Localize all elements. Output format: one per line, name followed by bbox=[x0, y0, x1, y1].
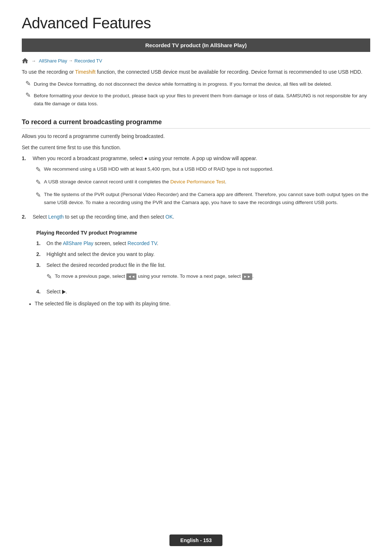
playing-steps-list: 1. On the AllShare Play screen, select R… bbox=[22, 239, 370, 296]
play-step-1-content: On the AllShare Play screen, select Reco… bbox=[46, 239, 158, 247]
play-step-4: 4. Select . bbox=[36, 288, 370, 296]
play-subnote-before: To move a previous page, select bbox=[55, 273, 126, 279]
play-step-1-number: 1. bbox=[36, 239, 44, 247]
note-text-1: During the Device formatting, do not dis… bbox=[34, 80, 332, 88]
play-step-2: 2. Highlight and select the device you w… bbox=[36, 250, 370, 258]
play-step-3-content: Select the desired recorded product file… bbox=[46, 261, 254, 285]
breadcrumb-recorded-tv[interactable]: Recorded TV bbox=[74, 58, 102, 64]
ff-button: ►► bbox=[242, 273, 252, 280]
subsection1-intro1: Allows you to record a programme current… bbox=[22, 132, 370, 140]
step-2-text-after: . bbox=[173, 214, 174, 220]
length-link[interactable]: Length bbox=[48, 214, 64, 220]
play-step-3-number: 3. bbox=[36, 261, 44, 269]
recorded-tv-link[interactable]: Recorded TV bbox=[127, 240, 157, 246]
note-icon-2: ✎ bbox=[25, 91, 31, 99]
play-subnote-icon: ✎ bbox=[46, 272, 52, 282]
sub-note-text-1: We recommend using a USB HDD with at lea… bbox=[44, 165, 273, 173]
step-2-number: 2. bbox=[22, 213, 29, 221]
play-step-1-before: On the bbox=[46, 240, 63, 246]
sub-note-icon-3: ✎ bbox=[36, 190, 41, 200]
play-step-4-number: 4. bbox=[36, 288, 44, 296]
timeshift-link[interactable]: Timeshift bbox=[75, 69, 95, 75]
breadcrumb-separator: → bbox=[69, 58, 73, 63]
play-step-3-subnote: ✎ To move a previous page, select ◄◄ usi… bbox=[46, 272, 254, 282]
note-1: ✎ During the Device formatting, do not d… bbox=[22, 80, 370, 88]
bullet-item-1: • The selected file is displayed on the … bbox=[29, 300, 370, 309]
play-subnote-text: To move a previous page, select ◄◄ using… bbox=[55, 272, 254, 280]
step-1-text-after: using your remote. A pop up window will … bbox=[147, 155, 257, 161]
play-step-2-text: Highlight and select the device you want… bbox=[46, 250, 155, 258]
section-header: Recorded TV product (In AllShare Play) bbox=[22, 38, 370, 52]
step-2-text-middle: to set up the recording time, and then s… bbox=[64, 214, 166, 220]
sub-note-icon-1: ✎ bbox=[36, 164, 41, 175]
note-icon-1: ✎ bbox=[25, 80, 31, 88]
step-1: 1. When you record a broadcast programme… bbox=[22, 154, 370, 209]
intro-text-2: function, the connected USB device must … bbox=[95, 69, 362, 75]
sub-note-3: ✎ The file systems of the PVR output (Pe… bbox=[36, 191, 370, 206]
sub-note-text-2: A USB storage device cannot record until… bbox=[44, 178, 226, 186]
step-1-subnotes: ✎ We recommend using a USB HDD with at l… bbox=[33, 165, 370, 206]
play-step-4-text: Select . bbox=[46, 288, 67, 296]
bullet-icon: • bbox=[29, 300, 31, 309]
play-subnote-middle: using your remote. To move a next page, … bbox=[136, 273, 242, 279]
step-2-content: Select Length to set up the recording ti… bbox=[33, 213, 174, 221]
rewind-button: ◄◄ bbox=[126, 273, 136, 280]
sub-note-text-3: The file systems of the PVR output (Pers… bbox=[44, 191, 370, 206]
subsection1-intro2: Set the current time first to use this f… bbox=[22, 143, 370, 151]
play-step-2-number: 2. bbox=[36, 250, 44, 258]
breadcrumb: → AllShare Play → Recorded TV bbox=[22, 58, 370, 64]
play-step-1: 1. On the AllShare Play screen, select R… bbox=[36, 239, 370, 247]
bullet-list: • The selected file is displayed on the … bbox=[22, 300, 370, 309]
play-subnote-after: . bbox=[252, 273, 254, 279]
ok-link[interactable]: OK bbox=[166, 214, 173, 220]
note-text-2: Before formatting your device to the pro… bbox=[34, 92, 370, 107]
bullet-text-1: The selected file is displayed on the to… bbox=[35, 300, 171, 308]
record-dot: ● bbox=[144, 155, 147, 161]
page-title: Advanced Features bbox=[22, 15, 370, 32]
play-step-1-middle: screen, select bbox=[93, 240, 127, 246]
device-perf-link[interactable]: Device Performance Test bbox=[170, 179, 225, 184]
footer-page-number: English - 153 bbox=[170, 534, 222, 546]
sub-note-icon-2: ✎ bbox=[36, 177, 41, 188]
allshare-link-2[interactable]: AllShare Play bbox=[63, 240, 93, 246]
subsection1-title: To record a current broadcasting program… bbox=[22, 118, 370, 129]
step-1-content: When you record a broadcast programme, s… bbox=[33, 154, 370, 209]
step-2: 2. Select Length to set up the recording… bbox=[22, 213, 370, 221]
note-2: ✎ Before formatting your device to the p… bbox=[22, 92, 370, 107]
breadcrumb-allshare[interactable]: AllShare Play bbox=[39, 58, 67, 64]
sub-note-2: ✎ A USB storage device cannot record unt… bbox=[36, 178, 370, 188]
subsection2-heading: Playing Recorded TV product Programme bbox=[22, 230, 370, 236]
home-icon bbox=[22, 58, 28, 64]
breadcrumb-arrow1: → bbox=[31, 58, 36, 64]
sub-note-1: ✎ We recommend using a USB HDD with at l… bbox=[36, 165, 370, 175]
play-step-3: 3. Select the desired recorded product f… bbox=[36, 261, 370, 285]
sub-note-2-text-before: A USB storage device cannot record until… bbox=[44, 179, 170, 184]
intro-text-1: To use the recording or bbox=[22, 69, 75, 75]
step-2-text-before: Select bbox=[33, 214, 48, 220]
intro-paragraph: To use the recording or Timeshift functi… bbox=[22, 68, 370, 76]
step-1-number: 1. bbox=[22, 154, 29, 162]
play-step-3-text: Select the desired recorded product file… bbox=[46, 262, 166, 268]
play-step-1-after: . bbox=[157, 240, 158, 246]
step-1-text-before: When you record a broadcast programme, s… bbox=[33, 155, 144, 161]
steps-list: 1. When you record a broadcast programme… bbox=[22, 154, 370, 221]
sub-note-2-text-after: . bbox=[225, 179, 226, 184]
